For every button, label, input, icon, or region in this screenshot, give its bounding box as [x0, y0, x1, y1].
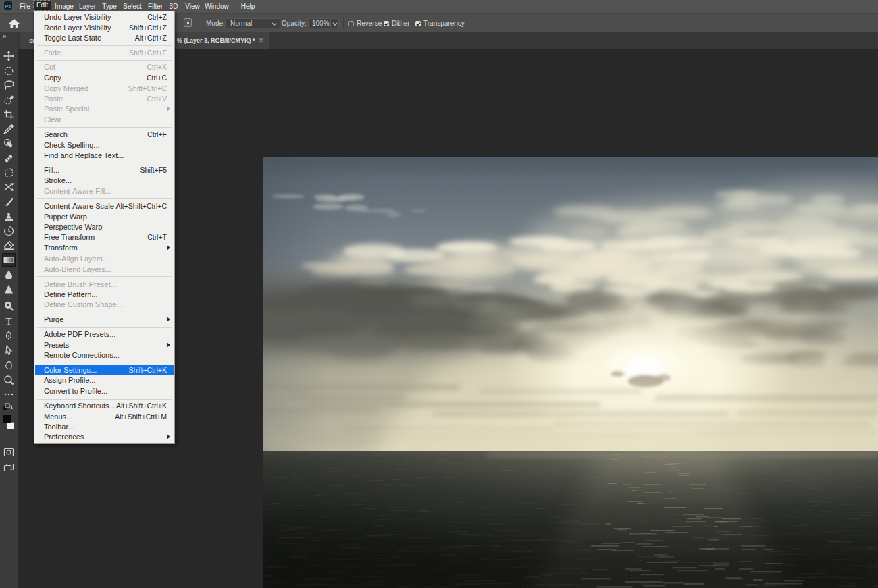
svg-text:Ps: Ps — [5, 3, 11, 9]
svg-text:T: T — [5, 316, 11, 327]
